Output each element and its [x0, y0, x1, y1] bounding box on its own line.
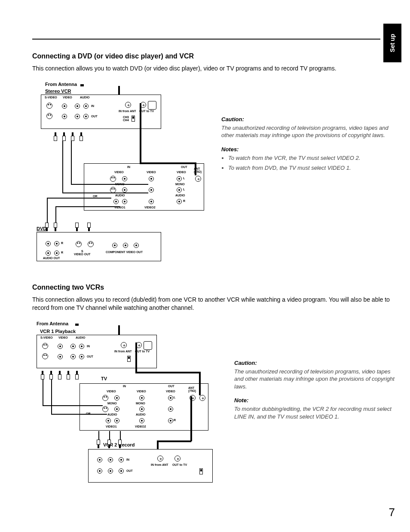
coax	[174, 456, 181, 462]
label-stereo-vcr: Stereo VCR	[45, 89, 71, 94]
vcr-box: S-VIDEO VIDEO AUDIO IN OUT IN from ANT O…	[41, 95, 161, 129]
note-item: To watch from DVD, the TV must select VI…	[228, 164, 397, 172]
wire	[51, 379, 52, 414]
jack	[149, 187, 154, 193]
lbl-mono: MONO	[175, 183, 185, 186]
jack	[58, 354, 63, 359]
lbl-ch34: CH3 CH4	[123, 116, 129, 122]
wire	[75, 324, 79, 326]
jack	[75, 104, 80, 109]
jack	[97, 468, 102, 474]
lbl: S-VIDEO	[40, 336, 53, 339]
jack	[70, 344, 76, 349]
ch-switch	[132, 116, 135, 122]
wire	[157, 440, 191, 442]
jack	[168, 418, 173, 423]
wire	[62, 193, 148, 193]
jack	[177, 187, 182, 193]
note-body2: To monitor dubbing/editing, the VCR 2 fo…	[234, 405, 397, 420]
section1-notes: Caution: The unauthorized recording of t…	[221, 82, 397, 174]
lbl-l: L	[183, 177, 185, 180]
sw	[127, 356, 131, 362]
jack	[79, 344, 84, 349]
plug	[58, 371, 61, 379]
plug	[67, 371, 70, 379]
wire	[80, 84, 84, 86]
lbl-video: VIDEO	[147, 171, 156, 174]
wire	[195, 162, 196, 175]
lbl: VIDEO2	[135, 425, 146, 428]
lbl: OUT	[126, 469, 133, 472]
lbl: VIDEO1	[106, 425, 117, 428]
jack	[149, 199, 154, 204]
lbl-audioout: AUDIO OUT	[43, 257, 60, 260]
lbl-in: IN	[91, 104, 94, 107]
lbl-svideoout: S VIDEO OUT	[74, 250, 91, 256]
jack	[83, 104, 89, 109]
plug	[71, 132, 74, 141]
tv-svid1b	[110, 187, 116, 193]
svid	[102, 406, 108, 412]
lbl: VIDEO	[107, 390, 116, 393]
lbl-video: VIDEO	[114, 171, 124, 174]
wire	[55, 206, 56, 223]
lbl-video2: VIDEO2	[144, 206, 156, 209]
wire	[43, 379, 43, 405]
jack	[119, 468, 124, 474]
lbl-out: OUT	[91, 115, 98, 118]
lbl: AUDIO	[136, 413, 146, 416]
lbl: OUT to TV	[135, 350, 150, 353]
svid	[42, 353, 48, 359]
jack	[149, 176, 154, 181]
jack	[75, 114, 80, 119]
dvd-box: R R AUDIO OUT S VIDEO OUT COMPONENT VIDE…	[37, 232, 161, 261]
tv-ant	[195, 176, 201, 182]
section2-notes: Caution: The unauthorized recording of t…	[234, 321, 397, 428]
lbl: OUT	[168, 385, 174, 388]
power-plug-icon	[148, 101, 156, 110]
notes-list: To watch from the VCR, the TV must selec…	[221, 154, 397, 172]
lbl-video: VIDEO	[177, 171, 186, 174]
wire	[190, 396, 192, 441]
section1-title: Connecting a DVD (or video disc player) …	[32, 52, 397, 60]
jack	[108, 457, 113, 462]
lbl: AUDIO	[107, 413, 117, 416]
top-rule	[32, 39, 380, 40]
jack	[46, 251, 51, 256]
plug	[41, 371, 44, 379]
jack	[70, 354, 76, 359]
wire	[109, 431, 110, 440]
dvd-svid	[76, 241, 82, 247]
lbl-or: OR	[93, 195, 98, 198]
caution-head: Caution:	[221, 116, 397, 122]
wire	[62, 141, 63, 193]
lbl: IN from ANT	[151, 463, 168, 466]
page: Set up Connecting a DVD (or video disc p…	[0, 0, 410, 532]
jack	[177, 199, 182, 204]
section1-row: From Antenna Stereo VCR S-VIDEO VIDEO AU…	[32, 82, 397, 266]
section2-intro: This connection allows you to record (du…	[32, 296, 397, 312]
dvd-svid2	[88, 241, 94, 247]
lbl: VIDEO	[58, 336, 68, 339]
lbl-r: R	[61, 242, 63, 245]
note-head2: Note:	[234, 397, 397, 404]
notes-head: Notes:	[221, 146, 397, 153]
jack	[83, 114, 89, 119]
lbl: MONO	[107, 402, 117, 405]
wire	[120, 431, 121, 440]
lbl: VIDEO	[166, 390, 175, 393]
svideo-in	[46, 103, 52, 109]
lbl-infromant: IN from ANT	[119, 110, 136, 113]
section1-intro: This connection allows you to watch DVD …	[32, 64, 397, 73]
lbl-audio: AUDIO	[80, 96, 90, 99]
diagram-dvd-vcr: From Antenna Stereo VCR S-VIDEO VIDEO AU…	[32, 82, 208, 266]
jack	[46, 241, 51, 246]
lbl-outtotv: OUT to TV	[139, 110, 154, 113]
lbl: IN	[126, 458, 129, 461]
plug	[49, 371, 53, 379]
plug	[80, 132, 83, 141]
tv2-box: IN OUT VIDEO VIDEO VIDEO ANT (75Ω) MONO …	[80, 383, 208, 431]
svid	[102, 395, 108, 401]
vcr2-box: IN OUT IN from ANT OUT to TV	[88, 449, 213, 483]
wire	[47, 198, 48, 223]
